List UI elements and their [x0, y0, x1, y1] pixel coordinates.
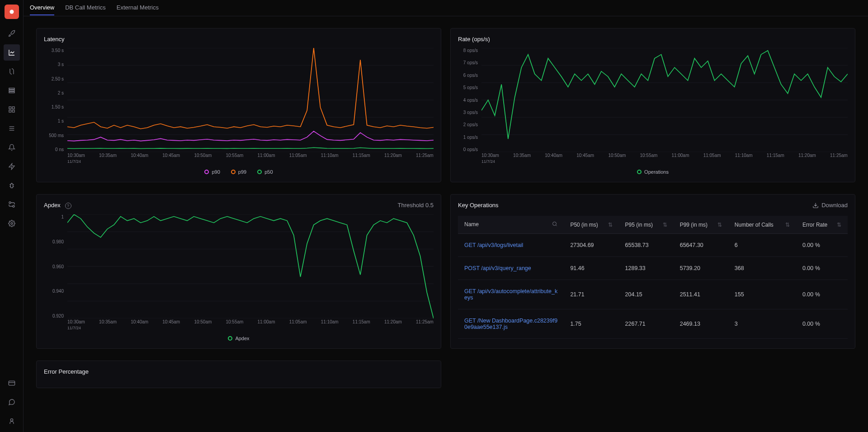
apdex-title: Apdex: [44, 202, 61, 209]
rate-title: Rate (ops/s): [458, 36, 848, 43]
legend-item[interactable]: p99: [231, 169, 246, 175]
legend-item[interactable]: Apdex: [228, 336, 249, 341]
op-link[interactable]: GET /api/v3/logs/livetail: [464, 242, 523, 248]
tab-overview[interactable]: Overview: [30, 0, 54, 15]
latency-legend: p90p99p50: [44, 169, 434, 175]
op-p95: 1289.33: [619, 257, 674, 280]
table-row: POST /api/v3/query_range 91.46 1289.33 5…: [458, 257, 848, 280]
sidebar-item-logs[interactable]: [4, 82, 20, 99]
error-pct-title: Error Percentage: [44, 368, 434, 375]
col-name[interactable]: Name: [458, 216, 564, 234]
sidebar-item-metrics[interactable]: [4, 44, 20, 61]
latency-title: Latency: [44, 36, 434, 43]
op-name: GET /New DashboardPage.c28239f90e9aae55e…: [458, 309, 564, 339]
sidebar-item-alerts[interactable]: [4, 139, 20, 156]
svg-rect-2: [9, 90, 14, 91]
svg-point-0: [9, 10, 14, 14]
svg-rect-6: [9, 110, 11, 112]
apdex-xaxis: 11/7/24 10:30am10:35am10:40am10:45am10:5…: [67, 319, 434, 332]
svg-rect-11: [10, 184, 13, 188]
sidebar-item-billing[interactable]: [4, 375, 20, 391]
rate-xaxis: 11/7/24 10:30am10:35am10:40am10:45am10:5…: [481, 153, 848, 166]
sidebar-item-user[interactable]: [4, 413, 20, 429]
op-link[interactable]: GET /api/v3/autocomplete/attribute_keys: [464, 288, 557, 301]
op-calls: 368: [728, 257, 796, 280]
latency-panel: Latency 3.50 s3 s2.50 s2 s1.50 s1 s500 m…: [36, 28, 441, 182]
sidebar-item-settings[interactable]: [4, 215, 20, 232]
op-error: 0.00 %: [796, 280, 848, 309]
latency-xaxis: 11/7/24 10:30am10:35am10:40am10:45am10:5…: [67, 153, 434, 166]
op-p50: 1.75: [564, 309, 618, 339]
sidebar-item-messaging[interactable]: [4, 120, 20, 137]
rate-legend: Operations: [458, 169, 848, 175]
sidebar-item-support[interactable]: [4, 394, 20, 410]
svg-rect-4: [9, 107, 11, 109]
svg-line-40: [556, 225, 557, 226]
sidebar-item-integrations[interactable]: [4, 196, 20, 213]
download-button[interactable]: Download: [812, 202, 848, 209]
tab-external[interactable]: External Metrics: [117, 0, 159, 15]
op-error: 0.00 %: [796, 234, 848, 257]
key-ops-table: Name P50 (in ms)⇅ P95 (in ms)⇅ P99 (in m…: [458, 216, 848, 339]
rate-yaxis: 8 ops/s7 ops/s6 ops/s5 ops/s4 ops/s3 ops…: [458, 48, 481, 152]
apdex-chart[interactable]: 10.9800.9600.9400.920 11/7/24 10:30am10:…: [44, 214, 434, 332]
sidebar: [0, 0, 24, 432]
op-link[interactable]: POST /api/v3/query_range: [464, 265, 531, 271]
sidebar-item-traces[interactable]: [4, 63, 20, 80]
svg-rect-7: [12, 110, 14, 112]
apdex-threshold: Threshold 0.5: [398, 202, 434, 209]
op-name: GET /api/v3/logs/livetail: [458, 234, 564, 257]
sidebar-item-exceptions[interactable]: [4, 158, 20, 175]
sort-icon: ⇅: [608, 222, 613, 228]
col-error[interactable]: Error Rate⇅: [796, 216, 848, 234]
col-p95[interactable]: P95 (in ms)⇅: [619, 216, 674, 234]
op-p95: 2267.71: [619, 309, 674, 339]
error-percentage-panel: Error Percentage: [36, 361, 441, 388]
rate-chart[interactable]: 8 ops/s7 ops/s6 ops/s5 ops/s4 ops/s3 ops…: [458, 48, 848, 166]
svg-point-17: [10, 419, 13, 421]
sidebar-item-rocket[interactable]: [4, 25, 20, 42]
legend-item[interactable]: p50: [257, 169, 273, 175]
col-p50[interactable]: P50 (in ms)⇅: [564, 216, 618, 234]
op-calls: 3: [728, 309, 796, 339]
op-p95: 65538.73: [619, 234, 674, 257]
op-link[interactable]: GET /New DashboardPage.c28239f90e9aae55e…: [464, 318, 557, 330]
svg-rect-3: [9, 92, 14, 93]
latency-chart[interactable]: 3.50 s3 s2.50 s2 s1.50 s1 s500 ms0 ns 11…: [44, 48, 434, 166]
op-error: 0.00 %: [796, 309, 848, 339]
op-p50: 91.46: [564, 257, 618, 280]
op-name: GET /api/v3/autocomplete/attribute_keys: [458, 280, 564, 309]
op-p99: 2469.13: [674, 309, 728, 339]
op-calls: 155: [728, 280, 796, 309]
col-p99[interactable]: P99 (in ms)⇅: [674, 216, 728, 234]
svg-point-13: [13, 205, 14, 207]
download-icon: [812, 202, 819, 209]
key-ops-title: Key Operations: [458, 202, 499, 209]
op-p50: 21.71: [564, 280, 618, 309]
apdex-panel: Apdex ? Threshold 0.5 10.9800.9600.9400.…: [36, 194, 441, 349]
sidebar-item-dashboards[interactable]: [4, 101, 20, 118]
op-p99: 2511.41: [674, 280, 728, 309]
tab-db-call[interactable]: DB Call Metrics: [65, 0, 106, 15]
sort-icon: ⇅: [785, 222, 790, 228]
col-calls[interactable]: Number of Calls⇅: [728, 216, 796, 234]
rate-panel: Rate (ops/s) 8 ops/s7 ops/s6 ops/s5 ops/…: [450, 28, 855, 182]
app-logo[interactable]: [5, 5, 19, 19]
table-row: GET /api/v3/autocomplete/attribute_keys …: [458, 280, 848, 309]
help-icon[interactable]: ?: [65, 203, 71, 209]
search-icon[interactable]: [552, 221, 557, 228]
table-row: GET /New DashboardPage.c28239f90e9aae55e…: [458, 309, 848, 339]
op-p99: 65647.30: [674, 234, 728, 257]
sort-icon: ⇅: [717, 222, 722, 228]
apdex-legend: Apdex: [44, 336, 434, 341]
svg-point-12: [9, 202, 11, 204]
op-error: 0.00 %: [796, 257, 848, 280]
apdex-title-row: Apdex ? Threshold 0.5: [44, 202, 434, 209]
op-p95: 204.15: [619, 280, 674, 309]
op-name: POST /api/v3/query_range: [458, 257, 564, 280]
sidebar-item-bug[interactable]: [4, 177, 20, 194]
legend-item[interactable]: p90: [204, 169, 220, 175]
legend-item[interactable]: Operations: [637, 169, 669, 175]
op-p99: 5739.20: [674, 257, 728, 280]
sort-icon: ⇅: [663, 222, 667, 228]
